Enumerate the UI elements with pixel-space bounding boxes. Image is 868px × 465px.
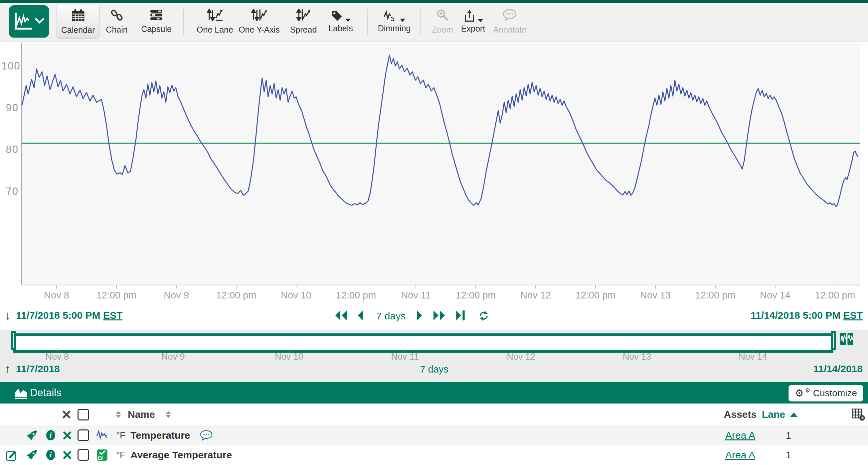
seeq-workbench: Calendar Chain Capsule One Lane	[0, 0, 868, 465]
details-panel-title: Details	[30, 387, 62, 399]
display-range-start[interactable]: 11/7/2018 5:00 PM EST	[16, 310, 122, 321]
column-header-lane[interactable]: Lane	[760, 403, 787, 426]
arrow-down-icon: ↓	[5, 308, 11, 323]
duration-button[interactable]: 7 days	[373, 310, 409, 322]
edit-pencil-icon[interactable]	[4, 445, 20, 465]
step-backward-button[interactable]	[334, 310, 348, 323]
timebar-tick	[57, 348, 58, 351]
toolbar-button-label: One Lane	[197, 26, 233, 34]
timebar-day-label: Nov 8	[45, 352, 69, 362]
rocket-icon[interactable]	[25, 445, 39, 465]
toolbar-button-label: Calendar	[61, 26, 95, 34]
remove-item-icon[interactable]	[60, 426, 74, 445]
customize-button[interactable]: ⚙ ⚙ Customize	[788, 385, 863, 401]
x-axis-tick-label: Nov 13	[640, 290, 671, 301]
remove-all-icon[interactable]	[59, 403, 74, 426]
caret-down-icon	[345, 19, 351, 22]
x-axis-tick-label: 12:00 pm	[576, 290, 616, 301]
column-header-name[interactable]: Name	[128, 403, 164, 426]
investigate-duration[interactable]: 7 days	[414, 364, 454, 375]
sort-color-control[interactable]	[113, 403, 124, 426]
item-name[interactable]: Average Temperature	[130, 445, 270, 465]
display-range-end[interactable]: 11/14/2018 5:00 PM EST	[750, 310, 863, 321]
timebar-day-label: Nov 13	[623, 352, 651, 362]
timebar-right-handle[interactable]	[831, 331, 836, 350]
timebar-left-handle[interactable]	[11, 331, 16, 350]
investigate-end-date[interactable]: 11/14/2018	[813, 363, 863, 374]
signal-squiggle-icon	[95, 426, 110, 445]
x-axis-tick	[116, 285, 117, 289]
worksheet-view-button[interactable]	[9, 5, 49, 38]
info-icon[interactable]: i	[43, 445, 58, 465]
export-share-icon	[463, 10, 483, 22]
timebar-day-label: Nov 10	[275, 352, 303, 362]
timezone-link[interactable]: EST	[843, 310, 863, 321]
x-axis-tick	[415, 285, 416, 289]
rocket-icon[interactable]	[25, 426, 39, 445]
lane-value: 1	[775, 426, 802, 445]
skip-to-now-button[interactable]	[455, 310, 466, 323]
caret-down-icon	[478, 19, 483, 22]
toolbar-button-capsule[interactable]: Capsule	[136, 5, 176, 38]
timebar-day-label: Nov 14	[739, 352, 767, 362]
x-axis-tick	[715, 285, 716, 289]
customize-gears-icon-small: ⚙	[805, 388, 810, 394]
timebar-tick	[405, 348, 405, 351]
remove-item-icon[interactable]	[60, 445, 74, 465]
step-forward-button[interactable]	[432, 310, 446, 323]
capsule-icon	[150, 9, 163, 23]
refresh-button[interactable]	[478, 310, 490, 323]
dimming-icon	[383, 10, 405, 22]
toolbar-button-dimming[interactable]: Dimming	[373, 5, 415, 38]
spread-icon	[296, 9, 311, 23]
calendar-icon	[71, 9, 85, 24]
fit-timeframe-icon[interactable]	[840, 332, 854, 347]
x-axis-tick	[296, 285, 297, 289]
half-step-backward-button[interactable]	[356, 310, 365, 323]
timebar-day-label: Nov 11	[391, 352, 419, 362]
investigate-start-date[interactable]: 11/7/2018	[16, 363, 60, 374]
details-table-header: Name Assets Lane	[0, 403, 868, 426]
toolbar-button-spread[interactable]: Spread	[283, 5, 323, 38]
half-step-forward-button[interactable]	[415, 310, 424, 323]
toolbar-button-chain[interactable]: Chain	[98, 5, 135, 38]
info-icon[interactable]: i	[43, 426, 58, 445]
chain-icon	[111, 9, 123, 23]
toolbar-button-labels[interactable]: Labels	[321, 5, 361, 38]
x-axis-tick-label: Nov 12	[520, 290, 551, 301]
toolbar-button-label: Export	[461, 25, 485, 33]
toolbar-separator	[367, 9, 368, 35]
x-axis-tick	[775, 285, 776, 289]
timezone-link[interactable]: EST	[103, 310, 122, 321]
column-header-assets[interactable]: Assets	[723, 403, 757, 426]
trend-plot[interactable]	[22, 42, 860, 286]
toolbar-button-export[interactable]: Export	[455, 5, 491, 38]
toolbar-button-one-lane[interactable]: One Lane	[192, 5, 238, 38]
select-all-checkbox[interactable]	[76, 403, 91, 426]
row-checkbox[interactable]	[76, 426, 91, 445]
item-name[interactable]: Temperature	[130, 426, 237, 445]
toolbar-button-annotate[interactable]: Annotate	[488, 5, 531, 38]
toolbar-button-one-y-axis[interactable]: One Y-Axis	[236, 5, 282, 38]
details-row-average-temperature: i °F Average Temperature Area A 1	[0, 445, 868, 465]
toolbar-button-label: Zoom	[432, 26, 453, 34]
toolbar-button-calendar[interactable]: Calendar	[57, 5, 99, 39]
x-axis-tick-label: Nov 11	[401, 290, 431, 301]
x-axis-tick-label: Nov 14	[760, 290, 790, 301]
asset-link[interactable]: Area A	[723, 426, 757, 445]
x-axis-tick-label: 12:00 pm	[456, 290, 496, 301]
timebar-tick	[289, 348, 289, 351]
add-column-button[interactable]	[850, 403, 867, 426]
toolbar-button-label: Chain	[106, 26, 127, 34]
timebar-range[interactable]	[13, 333, 833, 353]
top-accent-strip	[0, 0, 868, 3]
row-checkbox[interactable]	[76, 445, 91, 465]
y-axis-tick-label: 90	[1, 102, 19, 114]
sort-name-control[interactable]	[162, 403, 174, 426]
toolbar-button-label: Annotate	[493, 26, 526, 34]
y-axis-tick-label: 70	[1, 186, 19, 197]
annotation-bubble-icon[interactable]	[197, 426, 216, 445]
lane-sort-ascending-icon[interactable]	[788, 403, 800, 426]
asset-link[interactable]: Area A	[723, 445, 757, 465]
toolbar-separator	[420, 9, 421, 35]
